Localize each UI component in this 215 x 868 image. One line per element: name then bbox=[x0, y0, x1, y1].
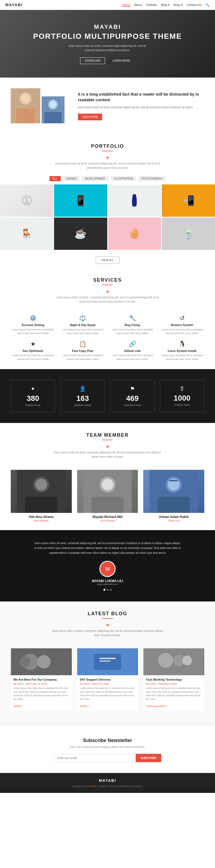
team-header: TEAM MEMBER ❖ lorem ipsum dolor sit amet… bbox=[0, 423, 215, 462]
team-photo-1 bbox=[11, 470, 72, 513]
blog-title: LATEST BLOG bbox=[5, 611, 210, 617]
testimonial-name: MAYABI LUKMA LILI bbox=[16, 579, 199, 583]
service-name-3: Bug Fixing bbox=[110, 323, 154, 327]
svg-point-3 bbox=[22, 94, 30, 102]
about-heading: It is a long established fact that a rea… bbox=[78, 91, 204, 102]
service-name-5: Seo Optimized bbox=[11, 349, 55, 352]
services-description: Lorem ipsum dolor sit amet, consectet ad… bbox=[51, 296, 164, 304]
team-name-2: Mayabi Richard Mill bbox=[77, 515, 138, 519]
hero-subtitle: PORTFOLIO MULTIPURPOSE THEME bbox=[33, 32, 182, 41]
blog-divider: ❖ bbox=[5, 621, 210, 629]
blog-thumb-1 bbox=[11, 648, 72, 675]
about-image-man bbox=[42, 96, 65, 123]
search-icon[interactable]: 🔍 bbox=[205, 3, 210, 7]
filter-development[interactable]: DEVELOPMENT bbox=[82, 176, 109, 181]
portfolio-item-6[interactable]: ☕ bbox=[54, 218, 107, 250]
service-item-4: ↺ Restore System Lorem ipsum has been th… bbox=[160, 315, 204, 335]
blog-more-2[interactable]: MORE > bbox=[80, 705, 89, 708]
svg-rect-15 bbox=[92, 497, 123, 513]
portfolio-item-8-icon: 🍵 bbox=[182, 228, 194, 239]
service-icon-4: ↺ bbox=[160, 315, 204, 322]
svg-point-16 bbox=[102, 479, 113, 491]
filter-illustration[interactable]: ILLUSTRATION bbox=[111, 176, 136, 181]
hero-title: MAYABI bbox=[33, 24, 182, 30]
team-photo-3 bbox=[143, 470, 204, 513]
stat-num-1: 380 bbox=[14, 394, 52, 403]
filter-all[interactable]: ALL bbox=[49, 176, 61, 181]
blog-date-2: March 10, 2060 bbox=[92, 682, 109, 685]
stat-item-4: ₿ 1000 Projects Value bbox=[160, 380, 204, 412]
blog-more-1[interactable]: MORE > bbox=[13, 705, 23, 708]
blog-body-1: We Are Best For Our Company. By Admin De… bbox=[11, 675, 72, 711]
blog-excerpt-2: Lorem ipsum has been the in standard dum… bbox=[80, 686, 136, 701]
dot-3[interactable] bbox=[110, 589, 112, 591]
blog-excerpt-3: Lorem ipsum has been the in standard dum… bbox=[146, 686, 202, 701]
services-grid-wrapper: ⚙️ Account Setting Lorem ipsum has been … bbox=[0, 307, 215, 369]
service-icon-6: 📋 bbox=[61, 341, 105, 348]
stat-label-1: Projects Done bbox=[14, 404, 52, 407]
svg-rect-29 bbox=[100, 660, 110, 662]
services-section: SERVICES ❖ Lorem ipsum dolor sit amet, c… bbox=[0, 268, 215, 369]
portfolio-item-8[interactable]: 🍵 bbox=[162, 218, 215, 250]
nav-about[interactable]: About bbox=[134, 3, 142, 6]
nav-contact[interactable]: Contact Us bbox=[187, 3, 201, 6]
brand-logo[interactable]: MAYABI bbox=[5, 3, 23, 7]
service-item-2: ⚖️ Night & Day Equal Lorem ipsum has bee… bbox=[61, 315, 105, 335]
blog-card-3: Fast Working Technology By Admin Februar… bbox=[143, 648, 204, 711]
nav-portfolio[interactable]: Portfolio bbox=[146, 3, 157, 6]
newsletter-description: Enter your email and you'll always about… bbox=[11, 745, 204, 748]
service-name-6: Fast Copy Past bbox=[61, 349, 105, 352]
blog-author-3: By Admin bbox=[146, 682, 156, 685]
portfolio-item-7[interactable]: 🥚 bbox=[108, 218, 161, 250]
service-item-5: ★ Seo Optimized Lorem ipsum has been the… bbox=[11, 341, 55, 361]
view-more-button[interactable]: VIEW MORE bbox=[78, 114, 102, 120]
dot-1[interactable] bbox=[104, 589, 105, 591]
blog-meta-3: By Admin February 8, 2019 bbox=[146, 682, 202, 685]
service-item-6: 📋 Fast Copy Past Lorem ipsum has been th… bbox=[61, 341, 105, 361]
testimonial-text: lorem ipsum dolor sit amet, consectet ad… bbox=[34, 541, 181, 555]
svg-point-33 bbox=[182, 656, 192, 665]
team-name-3: Adrian Adam Rakib bbox=[143, 515, 204, 519]
newsletter-email-input[interactable] bbox=[54, 754, 136, 762]
svg-point-12 bbox=[35, 479, 47, 491]
stat-num-4: 1000 bbox=[163, 394, 201, 403]
nav-blog[interactable]: Blog ▾ bbox=[161, 3, 169, 7]
stat-label-4: Projects Value bbox=[163, 404, 201, 406]
about-section: It is a long established fact that a rea… bbox=[0, 78, 215, 134]
portfolio-item-3[interactable] bbox=[108, 184, 161, 217]
blog-grid: We Are Best For Our Company. By Admin De… bbox=[11, 648, 204, 711]
blog-more-3[interactable]: Technology MoRE > bbox=[146, 705, 168, 708]
portfolio-filter: ALL DESIGN DEVELOPMENT ILLUSTRATION PHOT… bbox=[0, 173, 215, 184]
stat-num-3: 469 bbox=[113, 394, 151, 403]
portfolio-item-5[interactable]: 🪑 bbox=[0, 218, 53, 250]
blog-meta-2: By Admin March 10, 2060 bbox=[80, 682, 136, 685]
learn-more-button[interactable]: LEARN MORE bbox=[108, 57, 135, 64]
service-item-8: 🐧 Linux System Install Lorem ipsum has b… bbox=[160, 341, 204, 361]
portfolio-item-4[interactable]: 📲 bbox=[162, 184, 215, 217]
team-role-1: Web Designer bbox=[11, 519, 72, 522]
portfolio-item-2[interactable]: 📱 bbox=[54, 184, 107, 217]
service-icon-3: 🔧 bbox=[110, 315, 154, 322]
view-all-button[interactable]: VIEW ALL bbox=[96, 256, 119, 264]
portfolio-item-1[interactable]: ① bbox=[0, 184, 53, 217]
testimonial-avatar: M bbox=[100, 561, 115, 577]
service-icon-8: 🐧 bbox=[160, 341, 204, 348]
blog-body-2: 24/7 Support Services By Admin March 10,… bbox=[77, 675, 138, 711]
dot-2[interactable] bbox=[107, 589, 109, 591]
filter-photography[interactable]: PHOTOGRAPHY bbox=[138, 176, 166, 181]
blog-card-1: We Are Best For Our Company. By Admin De… bbox=[11, 648, 72, 711]
svg-point-24 bbox=[37, 655, 50, 669]
nav-home[interactable]: Home bbox=[122, 3, 130, 7]
download-button[interactable]: DOWNLOAD bbox=[80, 57, 105, 64]
service-item-1: ⚙️ Account Setting Lorem ipsum has been … bbox=[11, 315, 55, 335]
portfolio-underline bbox=[102, 151, 113, 151]
footer-company-link[interactable]: Mobifix bbox=[89, 785, 97, 787]
hero-buttons: DOWNLOAD LEARN MORE bbox=[33, 57, 182, 64]
stat-item-2: 👤 163 Satisfied Clients bbox=[61, 380, 105, 412]
service-name-7: Github Link bbox=[110, 349, 154, 352]
filter-design[interactable]: DESIGN bbox=[63, 176, 79, 181]
blog-author-1: By Admin bbox=[13, 682, 24, 685]
nav-shop[interactable]: Shop ▾ bbox=[173, 3, 183, 7]
subscribe-button[interactable]: SUBSCRIBE bbox=[136, 754, 161, 762]
service-icon-5: ★ bbox=[11, 341, 55, 348]
